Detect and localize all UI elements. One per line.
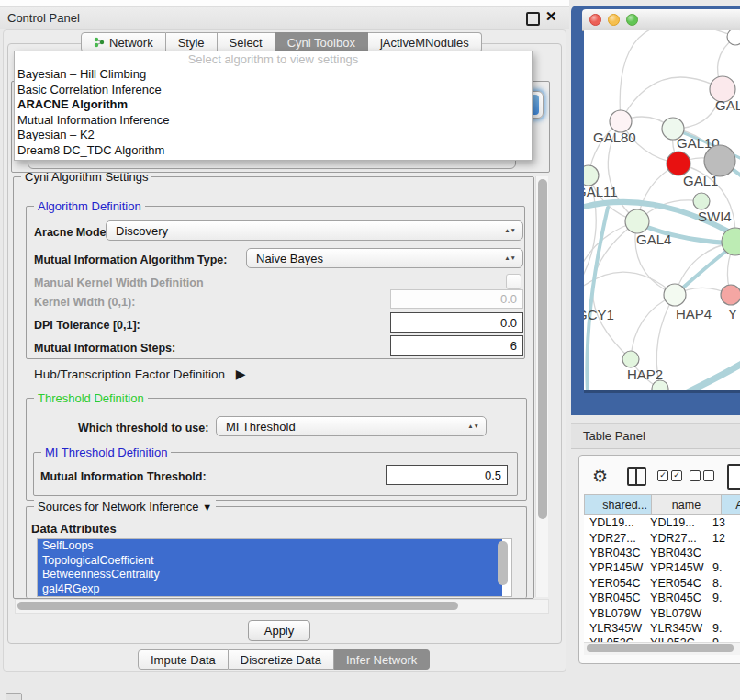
attribute-list-item[interactable]: TopologicalCoefficient [38,554,502,569]
table-cell: YBR045C [584,592,645,604]
column-header-name[interactable]: name [652,494,722,515]
network-edge-highlighted[interactable] [587,208,608,390]
deselect-all-columns-icon[interactable] [690,470,714,481]
table-cell: YDR27... [584,532,645,545]
gear-icon[interactable]: ⚙ [592,466,608,487]
network-node-y[interactable] [721,285,740,305]
table-cell: 9. [707,622,740,635]
attribute-list-item[interactable]: BetweennessCentrality [38,568,502,582]
table-row[interactable]: YDL19...YDL19...13 [584,515,740,530]
network-node-swi4[interactable] [693,193,710,209]
float-window-icon[interactable] [526,12,540,26]
table-row[interactable]: YDR27...YDR27...12 [584,530,740,545]
attribute-list-item[interactable]: gal4RGexp [38,582,502,597]
manual-kernel-checkbox[interactable] [506,274,521,289]
network-window-titlebar[interactable] [582,9,740,31]
mi-threshold-field[interactable]: 0.5 [386,465,508,485]
algorithm-option[interactable]: Mutual Information Inference [15,113,532,129]
apply-button[interactable]: Apply [248,620,310,641]
network-edge-highlighted[interactable] [668,364,740,390]
split-columns-icon[interactable] [627,467,646,486]
table-cell: YPR145W [645,561,707,574]
network-edge[interactable] [584,272,675,296]
network-node-hap2[interactable] [622,351,639,367]
network-node-gal11[interactable] [584,165,599,186]
tab-cyni-toolbox[interactable]: Cyni Toolbox [275,32,368,52]
table-cell: YBR043C [645,547,707,559]
tab-jactivemnodules[interactable]: jActiveMNodules [368,32,482,52]
table-row[interactable]: YER054CYER054C8. [584,576,740,591]
settings-vertical-scrollbar[interactable] [535,176,548,597]
table-cell: 8. [707,577,740,590]
table-cell: YLR345W [584,622,645,635]
algorithm-option[interactable]: Basic Correlation Inference [15,83,532,98]
algorithm-option[interactable]: ARACNE Algorithm [15,97,532,113]
table-horizontal-scrollbar-thumb[interactable] [587,644,734,652]
network-node-label: Y [728,306,737,322]
table-row[interactable]: YBR043CYBR043C [584,546,740,560]
algorithm-option[interactable]: Bayesian – K2 [15,128,532,143]
close-traffic-light-icon[interactable] [589,14,601,26]
bottom-tab-infer-network[interactable]: Infer Network [334,649,430,670]
algorithm-definition-legend: Algorithm Definition [34,199,145,213]
export-table-icon[interactable] [727,464,740,490]
network-edge[interactable] [621,77,723,121]
sources-legend-text: Sources for Network Inference [38,500,199,514]
table-cell: YDR27... [645,532,707,545]
bottom-tab-discretize-data[interactable]: Discretize Data [229,649,334,670]
column-header-A[interactable]: A [722,494,740,515]
settings-horizontal-scrollbar-thumb[interactable] [17,602,458,610]
which-threshold-value: MI Threshold [226,420,296,434]
network-icon [94,37,105,48]
settings-vertical-scrollbar-thumb[interactable] [538,179,547,519]
checked-box-icon: ✓ [657,470,668,481]
tab-style[interactable]: Style [166,32,218,52]
attribute-list-item[interactable]: SelfLoops [38,539,502,554]
bottom-tab-impute-data[interactable]: Impute Data [138,649,229,670]
network-node[interactable] [727,30,740,45]
table-row[interactable]: YIL052CYIL052C9. [584,636,740,642]
panel-grip-icon[interactable] [6,693,22,700]
table-row[interactable]: YBL079WYBL079W [584,605,740,620]
close-icon[interactable]: ✕ [545,8,557,25]
column-header-shared...[interactable]: shared... [584,494,652,515]
mi-threshold-label: Mutual Information Threshold: [40,470,207,483]
aracne-mode-combobox[interactable]: Discovery ▲▼ [106,220,523,241]
table-row[interactable]: YBR045CYBR045C9. [584,591,740,605]
attributes-list-scrollbar[interactable] [498,541,508,585]
network-node-gal4[interactable] [625,209,649,233]
mi-threshold-value: 0.5 [485,469,501,482]
mi-steps-label: Mutual Information Steps: [34,342,175,355]
network-edge[interactable] [631,295,675,359]
minimize-traffic-light-icon[interactable] [608,14,620,26]
tab-network[interactable]: Network [81,32,166,52]
hub-definition-expander[interactable]: Hub/Transcription Factor Definition ▶ [34,367,246,381]
expander-down-icon: ▼ [202,502,212,513]
kernel-width-label: Kernel Width (0,1): [34,296,135,309]
mi-steps-field[interactable]: 6 [390,335,523,356]
tab-select[interactable]: Select [218,32,275,52]
zoom-traffic-light-icon[interactable] [626,14,638,26]
mi-type-combobox[interactable]: Naive Bayes ▲▼ [246,248,523,268]
network-canvas[interactable]: GALGAL80GAL10GAL1GAL11SWI4GAL4GCY1HAP4YH… [584,30,740,390]
sources-legend[interactable]: Sources for Network Inference ▼ [34,500,216,514]
checked-box-icon: ✓ [671,470,682,481]
algorithm-option[interactable]: Dream8 DC_TDC Algorithm [15,143,532,159]
algorithm-option[interactable]: Bayesian – Hill Climbing [15,67,532,83]
table-row[interactable]: YPR145WYPR145W9. [584,560,740,575]
unchecked-box-icon [703,470,714,481]
settings-horizontal-scrollbar[interactable] [15,599,549,614]
table-row[interactable]: YLR345WYLR345W9. [584,621,740,636]
kernel-width-field[interactable]: 0.0 [390,289,523,309]
data-attributes-list[interactable]: SelfLoopsTopologicalCoefficientBetweenne… [37,538,512,597]
network-node[interactable] [704,145,735,176]
tab-label: Style [178,36,205,50]
select-all-columns-icon[interactable]: ✓✓ [657,470,682,481]
algorithm-dropdown-placeholder: Select algorithm to view settings [15,51,532,67]
network-node-label: GCY1 [584,307,614,322]
dpi-tolerance-field[interactable]: 0.0 [390,312,523,333]
mi-type-value: Naive Bayes [256,252,323,265]
control-panel-titlebar [0,7,569,29]
network-node-hap4[interactable] [664,284,686,306]
which-threshold-combobox[interactable]: MI Threshold ▲▼ [216,416,487,436]
